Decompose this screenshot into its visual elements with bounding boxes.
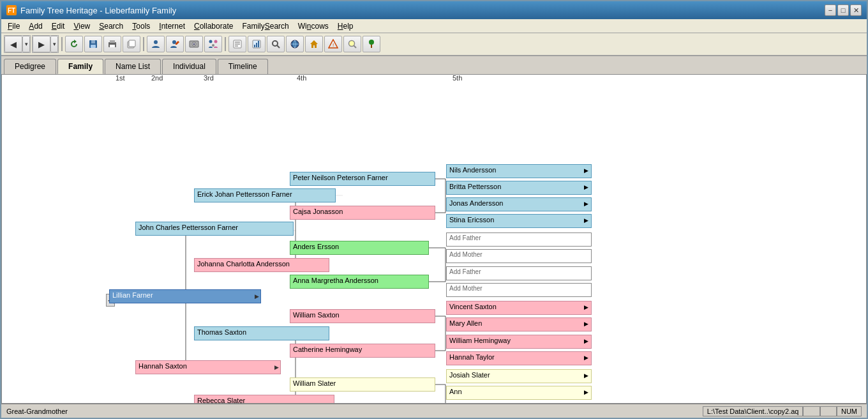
globe-button[interactable] — [286, 36, 304, 52]
copy-button[interactable] — [123, 36, 140, 52]
svg-point-8 — [154, 40, 158, 44]
tab-pedigree[interactable]: Pedigree — [4, 59, 56, 74]
back-button[interactable]: ◀ — [4, 36, 22, 52]
status-label: Great-Grandmother — [6, 408, 68, 415]
person-josiah[interactable]: Josiah Slater ▶ — [446, 369, 592, 383]
svg-point-12 — [193, 43, 195, 45]
menu-tools[interactable]: Tools — [128, 21, 154, 31]
person-william-hemingway[interactable]: William Hemingway ▶ — [446, 335, 592, 349]
tree-button[interactable] — [363, 36, 380, 52]
hannah-arrow: ▶ — [274, 364, 279, 370]
menu-internet[interactable]: Internet — [155, 21, 189, 31]
status-path: L:\Test Data\Client..\copy2.aq — [703, 406, 804, 416]
person-rebecca[interactable]: Rebecca Slater — [194, 395, 334, 404]
separator-3 — [225, 37, 226, 51]
person-catherine[interactable]: Catherine Hemingway — [290, 344, 435, 358]
person-johanna[interactable]: Johanna Charlotta Andersson — [194, 258, 329, 272]
main-window: FT Family Tree Heritage - Lieberfamily F… — [0, 0, 868, 419]
window-title: Family Tree Heritage - Lieberfamily Fami… — [20, 6, 176, 15]
refresh-button[interactable] — [65, 36, 83, 52]
svg-point-24 — [273, 41, 278, 46]
svg-rect-21 — [254, 45, 255, 47]
tab-individual[interactable]: Individual — [162, 59, 216, 74]
magnify-button[interactable] — [343, 36, 361, 52]
minimize-button[interactable]: − — [825, 4, 836, 16]
status-empty1 — [803, 406, 819, 416]
svg-line-25 — [277, 45, 280, 48]
menu-windows[interactable]: Wincows — [294, 21, 333, 31]
svg-point-15 — [212, 44, 214, 47]
person-vincent[interactable]: Vincent Saxton ▶ — [446, 301, 592, 315]
person-anna[interactable]: Anna Margretha Andersson — [290, 275, 429, 289]
person-william-saxton[interactable]: William Saxton — [290, 309, 435, 323]
chart-button[interactable] — [248, 36, 266, 52]
person-stina[interactable]: Stina Ericsson ▶ — [446, 214, 592, 228]
app-icon: FT — [6, 5, 17, 15]
gen-1st: 1st — [116, 74, 125, 82]
family-button[interactable] — [204, 36, 222, 52]
person-button[interactable] — [147, 36, 165, 52]
back-dropdown[interactable]: ▾ — [22, 36, 30, 52]
photo-button[interactable] — [185, 36, 203, 52]
add-mother-1[interactable]: Add Mother — [446, 249, 592, 263]
person-hannah[interactable]: Hannah Saxton ▶ — [135, 360, 281, 374]
person-mary[interactable]: Mary Allen ▶ — [446, 317, 592, 331]
status-empty2 — [820, 406, 837, 416]
person-ann[interactable]: Ann ▶ — [446, 386, 592, 400]
close-button[interactable]: ✕ — [850, 4, 862, 16]
search-button[interactable] — [267, 36, 285, 52]
gen-3rd: 3rd — [204, 74, 214, 82]
menu-familysearch[interactable]: FamilySearch — [238, 21, 292, 31]
menu-help[interactable]: Help — [334, 21, 357, 31]
add-father-2[interactable]: Add Father — [446, 266, 592, 280]
person-thomas[interactable]: Thomas Saxton — [194, 326, 329, 340]
menu-view[interactable]: View — [70, 21, 94, 31]
person-cajsa[interactable]: Cajsa Jonasson — [290, 206, 435, 220]
save-button[interactable] — [84, 36, 102, 52]
svg-rect-23 — [258, 41, 259, 47]
road-button[interactable]: ! — [324, 36, 342, 52]
menu-edit[interactable]: Edit — [48, 21, 69, 31]
svg-text:!: ! — [333, 42, 334, 48]
person-william-slater[interactable]: William Slater — [290, 377, 435, 392]
print-button[interactable] — [103, 36, 121, 52]
svg-rect-22 — [256, 43, 257, 47]
gen-4th: 4th — [297, 74, 306, 82]
person-peter[interactable]: Peter Neilson Peterson Farner — [290, 172, 435, 186]
tab-namelist[interactable]: Name List — [105, 59, 161, 74]
person-john[interactable]: John Charles Pettersson Farner — [135, 222, 294, 236]
person-paul-brown[interactable]: Paul Brown ▶ — [446, 403, 592, 404]
person-jonas[interactable]: Jonas Andersson ▶ — [446, 197, 592, 211]
person-nils[interactable]: Nils Andersson ▶ — [446, 164, 592, 178]
svg-rect-33 — [371, 45, 372, 48]
person-britta[interactable]: Britta Pettersson ▶ — [446, 181, 592, 195]
menu-add[interactable]: Add — [25, 21, 46, 31]
person-hannah-taylor[interactable]: Hannah Taylor ▶ — [446, 351, 592, 365]
toolbar: ◀ ▾ ▶ ▾ — [1, 33, 867, 56]
window-controls: − □ ✕ — [825, 4, 862, 16]
lillian-arrow: ▶ — [255, 293, 259, 300]
maximize-button[interactable]: □ — [837, 4, 849, 16]
forward-dropdown[interactable]: ▾ — [50, 36, 58, 52]
menu-search[interactable]: Search — [95, 21, 127, 31]
edit-person-button[interactable] — [166, 36, 184, 52]
status-num: NUM — [837, 406, 862, 416]
person-erick[interactable]: Erick Johan Pettersson Farner — [194, 188, 336, 202]
svg-rect-7 — [129, 40, 135, 47]
svg-point-14 — [214, 40, 218, 43]
person-anders[interactable]: Anders Ersson — [290, 241, 429, 255]
separator-2 — [143, 37, 144, 51]
pedigree-area: 1st 2nd 3rd 4th 5th — [2, 75, 866, 403]
menu-collaborate[interactable]: Collaborate — [190, 21, 237, 31]
tab-family[interactable]: Family — [57, 59, 103, 74]
notes-button[interactable] — [228, 36, 246, 52]
add-father-1[interactable]: Add Father — [446, 232, 592, 247]
home-button[interactable] — [305, 36, 323, 52]
menu-file[interactable]: File — [4, 21, 24, 31]
add-mother-2[interactable]: Add Mother — [446, 283, 592, 297]
svg-point-26 — [274, 42, 275, 43]
tab-timeline[interactable]: Timeline — [218, 59, 268, 74]
status-segments: L:\Test Data\Client..\copy2.aq NUM — [703, 406, 862, 416]
person-lillian[interactable]: Lillian Farner ▶ — [109, 289, 261, 303]
forward-button[interactable]: ▶ — [33, 36, 50, 52]
